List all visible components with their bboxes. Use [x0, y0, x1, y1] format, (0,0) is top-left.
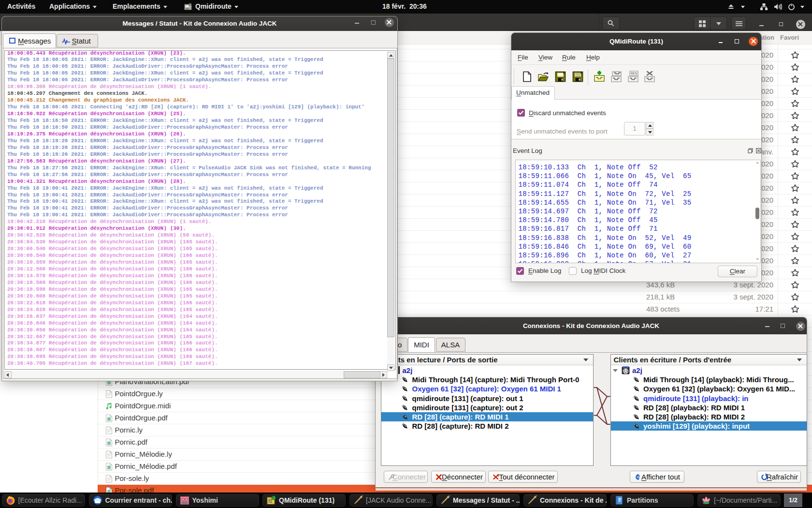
svg-text:REN: REN: [631, 72, 638, 75]
